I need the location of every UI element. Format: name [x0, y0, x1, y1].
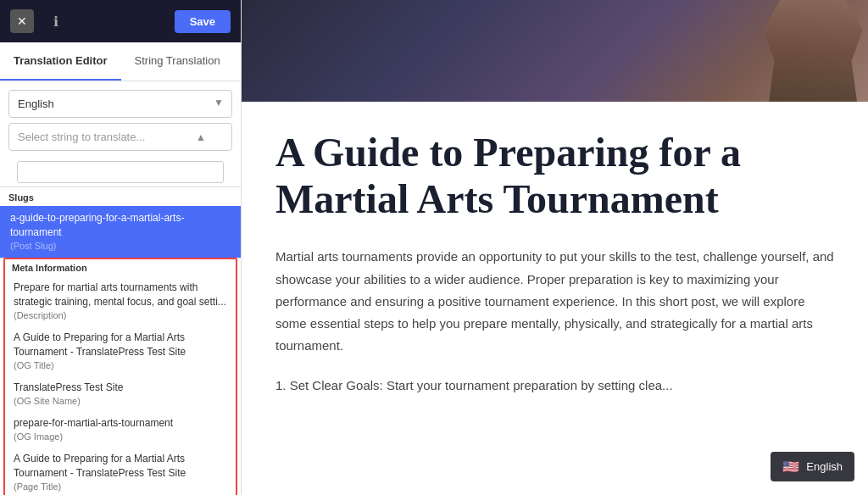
string-search-input[interactable]: [17, 161, 224, 183]
meta-description-type: (Description): [14, 309, 229, 322]
meta-group-label: Meta Information: [5, 259, 236, 276]
meta-information-section: Meta Information Prepare for martial art…: [3, 258, 237, 495]
meta-item-og-title[interactable]: A Guide to Preparing for a Martial Arts …: [5, 326, 236, 376]
tabs-bar: Translation Editor String Translation: [0, 42, 241, 81]
string-select-wrapper: Select string to translate... ▲: [0, 123, 241, 187]
slugs-section: Slugs a-guide-to-preparing-for-a-martial…: [0, 187, 241, 258]
meta-item-page-title[interactable]: A Guide to Preparing for a Martial Arts …: [5, 448, 236, 495]
meta-og-site-name-text: TranslatePress Test Site: [14, 381, 229, 395]
strings-list: Slugs a-guide-to-preparing-for-a-martial…: [0, 187, 241, 495]
slug-text: a-guide-to-preparing-for-a-martial-arts-…: [10, 211, 232, 240]
hero-image: [242, 0, 868, 102]
close-button[interactable]: ✕: [10, 9, 34, 33]
hero-figure: [758, 0, 868, 102]
language-select-wrapper: English Spanish French German ▼: [0, 81, 241, 123]
meta-og-image-text: prepare-for-martial-arts-tournament: [14, 416, 229, 431]
save-button[interactable]: Save: [175, 10, 231, 33]
meta-og-site-name-type: (OG Site Name): [14, 395, 229, 408]
meta-page-title-type: (Page Title): [14, 481, 229, 493]
meta-page-title-text: A Guide to Preparing for a Martial Arts …: [14, 452, 229, 481]
slug-type: (Post Slug): [10, 240, 232, 253]
article-content: A Guide to Preparing for a Martial Arts …: [242, 102, 868, 441]
article-title: A Guide to Preparing for a Martial Arts …: [275, 129, 834, 222]
language-badge-label: English: [806, 460, 843, 473]
meta-og-title-type: (OG Title): [14, 359, 229, 372]
string-select-arrow-icon: ▲: [196, 131, 206, 143]
meta-og-image-type: (OG Image): [14, 431, 229, 443]
flag-icon: 🇺🇸: [782, 459, 799, 475]
article-list-item-1: 1. Set Clear Goals: Start your tournamen…: [275, 375, 834, 397]
string-select-field[interactable]: Select string to translate... ▲: [8, 123, 232, 151]
left-panel: ✕ ℹ Save Translation Editor String Trans…: [0, 0, 242, 495]
language-badge[interactable]: 🇺🇸 English: [771, 452, 854, 481]
slug-item-post-slug[interactable]: a-guide-to-preparing-for-a-martial-arts-…: [0, 206, 241, 258]
search-input-wrapper: [8, 156, 232, 186]
top-bar: ✕ ℹ Save: [0, 0, 241, 42]
meta-description-text: Prepare for martial arts tournaments wit…: [14, 281, 229, 309]
string-select-placeholder: Select string to translate...: [18, 131, 145, 143]
language-select[interactable]: English Spanish French German: [8, 90, 232, 118]
article-body: Martial arts tournaments provide an oppo…: [275, 246, 834, 357]
meta-item-description[interactable]: Prepare for martial arts tournaments wit…: [5, 276, 236, 326]
info-button[interactable]: ℹ: [44, 9, 68, 33]
meta-og-title-text: A Guide to Preparing for a Martial Arts …: [14, 331, 229, 359]
tab-string-translation[interactable]: String Translation: [121, 42, 234, 81]
meta-item-og-image[interactable]: prepare-for-martial-arts-tournament (OG …: [5, 412, 236, 448]
right-panel: A Guide to Preparing for a Martial Arts …: [242, 0, 868, 495]
tab-translation-editor[interactable]: Translation Editor: [0, 42, 121, 81]
slugs-group-label: Slugs: [0, 187, 241, 206]
meta-item-og-site-name[interactable]: TranslatePress Test Site (OG Site Name): [5, 376, 236, 412]
